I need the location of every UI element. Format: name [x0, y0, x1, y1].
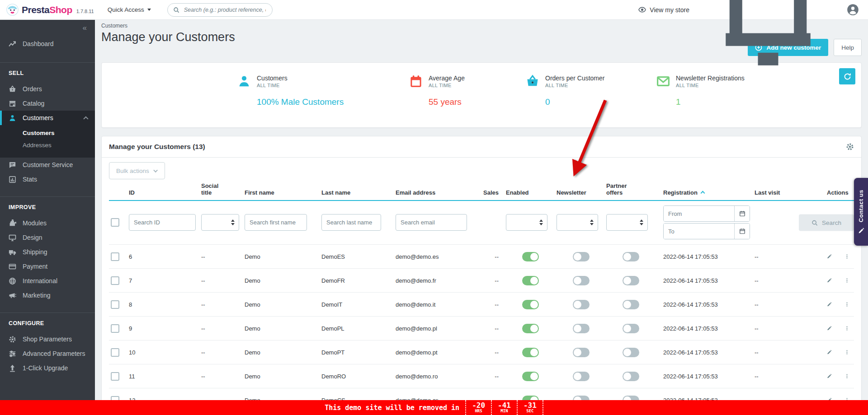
- sidebar-item-payment[interactable]: Payment: [0, 259, 95, 274]
- filter-partner-offers-select[interactable]: [606, 214, 648, 231]
- filter-first-name-input[interactable]: [245, 214, 307, 231]
- row-menu-dots-icon[interactable]: [844, 277, 849, 284]
- bulk-actions-button[interactable]: Bulk actions: [109, 162, 165, 179]
- cell-sales: --: [475, 373, 506, 380]
- sidebar-item-catalog[interactable]: Catalog: [0, 96, 95, 111]
- sidebar-subitem-customers[interactable]: Customers: [0, 127, 95, 139]
- sidebar-item-customers[interactable]: Customers: [0, 111, 95, 125]
- row-checkbox[interactable]: [111, 372, 119, 381]
- filter-email-input[interactable]: [396, 214, 467, 231]
- row-checkbox[interactable]: [111, 276, 119, 285]
- row-checkbox[interactable]: [111, 324, 119, 333]
- grid-settings-gear-icon[interactable]: [846, 143, 854, 151]
- edit-pencil-icon[interactable]: [827, 349, 832, 356]
- filter-enabled-select[interactable]: [506, 214, 547, 231]
- sidebar-item-label: Customer Service: [23, 161, 73, 168]
- column-header-first-name[interactable]: First name: [245, 189, 321, 196]
- column-header-sales[interactable]: Sales: [475, 189, 506, 196]
- partner-offers-toggle[interactable]: [623, 324, 639, 333]
- cell-first-name: Demo: [245, 373, 321, 380]
- prestashop-logo[interactable]: PrestaShop 1.7.8.11: [0, 4, 100, 16]
- edit-pencil-icon[interactable]: [827, 373, 832, 380]
- filter-search-button[interactable]: Search: [799, 214, 854, 231]
- row-menu-dots-icon[interactable]: [844, 301, 849, 308]
- row-menu-dots-icon[interactable]: [844, 253, 849, 260]
- column-header-email-address[interactable]: Email address: [396, 189, 475, 196]
- edit-pencil-icon[interactable]: [827, 301, 832, 308]
- partner-offers-toggle[interactable]: [623, 276, 639, 285]
- newsletter-toggle[interactable]: [573, 276, 590, 285]
- row-checkbox[interactable]: [111, 252, 119, 261]
- partner-offers-toggle[interactable]: [623, 252, 639, 261]
- sidebar-item-stats[interactable]: Stats: [0, 172, 95, 187]
- column-header-actions[interactable]: Actions: [827, 189, 854, 196]
- sidebar-item-orders[interactable]: Orders: [0, 82, 95, 96]
- countdown-unit: HRS: [475, 409, 482, 413]
- column-header-id[interactable]: ID: [129, 189, 201, 196]
- quick-access-button[interactable]: Quick Access: [105, 6, 154, 14]
- filter-date-from-input[interactable]: [664, 206, 734, 221]
- newsletter-toggle[interactable]: [573, 300, 590, 309]
- filter-date-to-input[interactable]: [664, 224, 734, 239]
- countdown-value: -20: [472, 402, 485, 409]
- enabled-toggle[interactable]: [522, 372, 539, 381]
- column-header-newsletter[interactable]: Newsletter: [557, 189, 606, 196]
- enabled-toggle[interactable]: [522, 324, 539, 333]
- row-checkbox[interactable]: [111, 348, 119, 357]
- column-header-partner-offers[interactable]: Partner offers: [606, 182, 663, 196]
- profile-avatar[interactable]: [847, 4, 859, 16]
- sidebar-item-shop-parameters[interactable]: Shop Parameters: [0, 332, 95, 346]
- sidebar-collapse-button[interactable]: «: [0, 20, 95, 33]
- newsletter-toggle[interactable]: [573, 324, 590, 333]
- edit-pencil-icon[interactable]: [827, 277, 832, 284]
- filter-newsletter-select[interactable]: [557, 214, 598, 231]
- row-checkbox[interactable]: [111, 300, 119, 309]
- sidebar-item-dashboard[interactable]: Dashboard: [0, 35, 95, 52]
- banner-text: This demo site will be removed in: [325, 404, 459, 412]
- sidebar-item-marketing[interactable]: Marketing: [0, 288, 95, 303]
- row-menu-dots-icon[interactable]: [844, 349, 849, 356]
- filter-id-input[interactable]: [129, 214, 196, 231]
- column-header-last-name[interactable]: Last name: [321, 189, 396, 196]
- partner-offers-toggle[interactable]: [623, 348, 639, 357]
- dashboard-icon: [9, 40, 16, 48]
- contact-us-tab[interactable]: Contact us: [854, 178, 868, 246]
- edit-pencil-icon[interactable]: [827, 253, 832, 260]
- filter-social-title-select[interactable]: [201, 214, 239, 231]
- cell-actions: [827, 325, 854, 332]
- column-header-registration[interactable]: Registration: [663, 189, 755, 196]
- view-my-store-link[interactable]: View my store: [638, 6, 689, 14]
- notifications-button[interactable]: 18: [700, 0, 836, 78]
- sidebar-item-modules[interactable]: Modules: [0, 216, 95, 230]
- sidebar-item-shipping[interactable]: Shipping: [0, 245, 95, 259]
- sidebar-item-advanced-parameters[interactable]: Advanced Parameters: [0, 346, 95, 361]
- sidebar-item-international[interactable]: International: [0, 274, 95, 288]
- column-header-social-title[interactable]: Social title: [201, 182, 245, 196]
- calendar-button[interactable]: [734, 206, 750, 221]
- sidebar-item-design[interactable]: Design: [0, 230, 95, 245]
- enabled-toggle[interactable]: [522, 348, 539, 357]
- partner-offers-toggle[interactable]: [623, 300, 639, 309]
- calendar-button[interactable]: [734, 224, 750, 239]
- row-menu-dots-icon[interactable]: [844, 373, 849, 380]
- row-menu-dots-icon[interactable]: [844, 325, 849, 332]
- newsletter-toggle[interactable]: [573, 372, 590, 381]
- global-search-input[interactable]: [183, 6, 267, 14]
- enabled-toggle[interactable]: [522, 300, 539, 309]
- table-row: 10--DemoDemoPTdemo@demo.pt--2022-06-14 1…: [109, 340, 854, 364]
- newsletter-toggle[interactable]: [573, 252, 590, 261]
- partner-offers-toggle[interactable]: [623, 372, 639, 381]
- sidebar-item-1-click-upgrade[interactable]: 1-Click Upgrade: [0, 361, 95, 375]
- column-header-enabled[interactable]: Enabled: [506, 189, 557, 196]
- column-header-last-visit[interactable]: Last visit: [755, 189, 827, 196]
- sidebar-item-customer-service[interactable]: Customer Service: [0, 158, 95, 172]
- bell-icon: [700, 0, 836, 78]
- newsletter-toggle[interactable]: [573, 348, 590, 357]
- sidebar-subitem-addresses[interactable]: Addresses: [0, 139, 95, 151]
- filter-last-name-input[interactable]: [321, 214, 381, 231]
- kpi-value: 0: [545, 97, 604, 107]
- enabled-toggle[interactable]: [522, 252, 539, 261]
- edit-pencil-icon[interactable]: [827, 325, 832, 332]
- select-all-checkbox[interactable]: [111, 218, 119, 227]
- enabled-toggle[interactable]: [522, 276, 539, 285]
